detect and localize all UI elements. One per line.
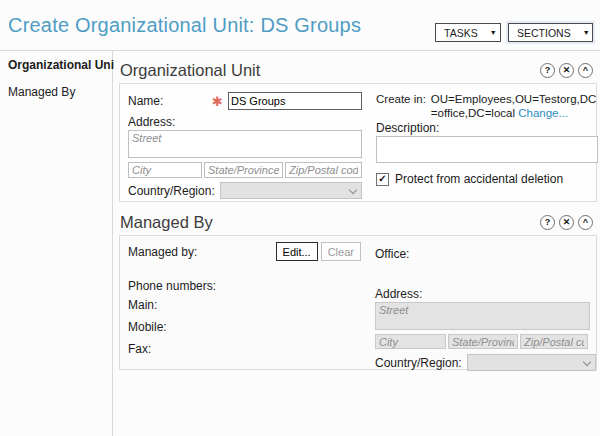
state-province-input[interactable]: [204, 162, 283, 178]
country-region-row-disabled: Country/Region:: [375, 354, 596, 371]
edit-button[interactable]: Edit...: [276, 242, 318, 261]
sections-button-label: SECTIONS: [517, 27, 571, 39]
main-phone-label: Main:: [128, 298, 361, 312]
required-asterisk-icon: ✱: [212, 94, 223, 109]
city-state-zip-row: [128, 162, 362, 178]
clear-button: Clear: [321, 242, 361, 261]
organizational-unit-panel: Name: ✱ Address: Country/Region: Create …: [119, 83, 597, 202]
name-row: Name: ✱: [128, 92, 362, 110]
chevron-down-icon: [349, 186, 357, 194]
zip-postal-input[interactable]: [285, 162, 362, 178]
section-title: Managed By: [120, 213, 536, 232]
form-content: Organizational Unit ? ✕ ^ Name: ✱ Addres…: [114, 51, 600, 436]
country-region-dropdown[interactable]: [220, 182, 362, 199]
country-region-row: Country/Region:: [128, 182, 362, 199]
address-label: Address:: [375, 287, 596, 301]
create-in-label: Create in:: [376, 92, 426, 120]
section-header-managed-by: Managed By ? ✕ ^: [120, 211, 593, 233]
section-header-organizational-unit: Organizational Unit ? ✕ ^: [120, 59, 593, 81]
change-link[interactable]: Change...: [518, 107, 568, 119]
dropdown-arrow-icon: ▼: [490, 29, 497, 36]
name-label: Name:: [128, 94, 212, 108]
city-input-disabled: [375, 334, 446, 349]
state-province-input-disabled: [448, 334, 518, 349]
sidebar-item-organizational-unit[interactable]: Organizational Unit: [0, 51, 112, 78]
office-label: Office:: [375, 247, 596, 261]
street-textarea-disabled: [375, 302, 590, 330]
remove-section-icon[interactable]: ✕: [559, 63, 574, 78]
phone-numbers-label: Phone numbers:: [128, 279, 361, 293]
description-label: Description:: [376, 121, 598, 135]
country-region-label: Country/Region:: [128, 184, 215, 198]
country-region-label: Country/Region:: [375, 356, 462, 370]
dropdown-arrow-icon: ▼: [583, 29, 590, 36]
city-state-zip-row-disabled: [375, 334, 596, 349]
help-icon[interactable]: ?: [540, 215, 555, 230]
help-icon[interactable]: ?: [540, 63, 555, 78]
ou-left-column: Name: ✱ Address: Country/Region:: [128, 84, 362, 201]
managed-by-label: Managed by:: [128, 245, 276, 259]
remove-section-icon[interactable]: ✕: [559, 215, 574, 230]
mobile-phone-label: Mobile:: [128, 320, 361, 334]
managed-by-left-column: Managed by: Edit... Clear Phone numbers:…: [128, 236, 361, 369]
tasks-button-label: TASKS: [444, 27, 478, 39]
fax-label: Fax:: [128, 342, 361, 356]
street-textarea[interactable]: [128, 130, 362, 158]
sections-menu-button[interactable]: SECTIONS ▼: [508, 23, 593, 42]
section-title: Organizational Unit: [120, 61, 536, 80]
create-in-dn: OU=Employees,OU=Testorg,DC=office,DC=loc…: [431, 93, 597, 119]
protect-deletion-label: Protect from accidental deletion: [395, 172, 563, 186]
tasks-menu-button[interactable]: TASKS ▼: [435, 23, 501, 42]
window-header: Create Organizational Unit: DS Groups TA…: [0, 0, 600, 51]
sidebar-item-managed-by[interactable]: Managed By: [0, 78, 112, 105]
create-in-row: Create in: OU=Employees,OU=Testorg,DC=of…: [376, 92, 598, 120]
description-textarea[interactable]: [376, 136, 598, 163]
create-ou-window: { "window": { "title": "Create Organizat…: [0, 0, 600, 436]
chevron-down-icon: [583, 358, 591, 366]
zip-postal-input-disabled: [520, 334, 588, 349]
country-region-dropdown-disabled: [467, 354, 596, 371]
protect-deletion-checkbox[interactable]: ✓: [376, 173, 389, 186]
address-label: Address:: [128, 115, 362, 129]
managed-by-row: Managed by: Edit... Clear: [128, 242, 361, 261]
managed-by-right-column: Office: Address: Country/Region:: [375, 236, 596, 369]
name-input[interactable]: [228, 92, 362, 110]
collapse-section-icon[interactable]: ^: [578, 63, 593, 78]
managed-by-panel: Managed by: Edit... Clear Phone numbers:…: [119, 235, 597, 370]
city-input[interactable]: [128, 162, 202, 178]
protect-checkbox-row: ✓ Protect from accidental deletion: [376, 172, 598, 186]
page-title: Create Organizational Unit: DS Groups: [8, 14, 361, 37]
collapse-section-icon[interactable]: ^: [578, 215, 593, 230]
create-in-path: OU=Employees,OU=Testorg,DC=office,DC=loc…: [431, 92, 598, 120]
ou-right-column: Create in: OU=Employees,OU=Testorg,DC=of…: [376, 84, 598, 201]
section-nav-sidebar: Organizational Unit Managed By: [0, 51, 113, 436]
